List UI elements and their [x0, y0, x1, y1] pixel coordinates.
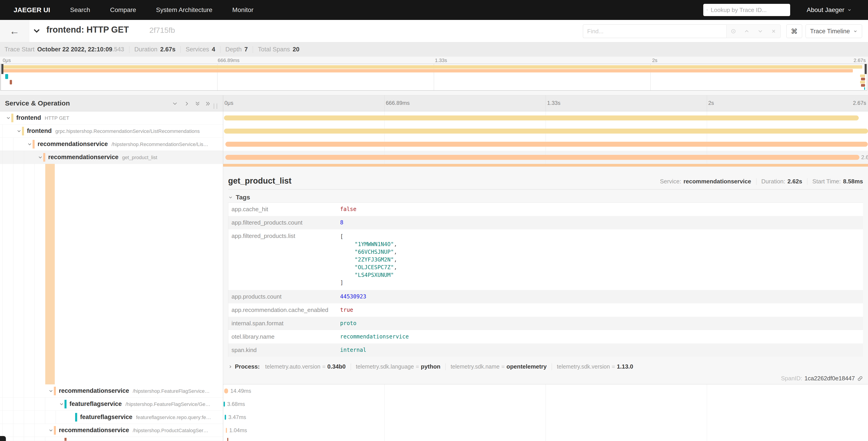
tag-row: app.products.count 44530923 — [228, 290, 863, 303]
span-bar-selected[interactable] — [225, 155, 859, 160]
focus-match-icon[interactable] — [730, 28, 737, 34]
nav-item-compare[interactable]: Compare — [110, 6, 136, 13]
tags-section-toggle[interactable]: Tags — [228, 194, 250, 201]
minimap-tick-1: 666.89ms — [218, 58, 240, 63]
service-color-bar — [22, 127, 24, 136]
span-bar[interactable] — [224, 128, 868, 134]
tag-row: internal.span.format proto — [228, 317, 863, 330]
minimap-tick-0: 0μs — [3, 58, 11, 63]
chevron-down-icon — [228, 195, 233, 200]
duration-value: 2.67s — [160, 46, 176, 53]
deep-link-icon[interactable] — [857, 376, 863, 381]
tag-json-list: [ "1YMWWN1N4O", "66VCHSJNUP", "2ZYFJ3GM2… — [340, 229, 397, 290]
span-row-featureflag-repo-query[interactable]: featureflagservicefeatureflagservice.rep… — [0, 411, 868, 424]
minimap-canvas[interactable] — [0, 64, 867, 91]
span-id: SpanID: 1ca2262df0e18447 — [781, 375, 863, 382]
process-tag: telemetry.sdk.language=python — [356, 363, 440, 370]
brand-jaeger-ui[interactable]: JAEGER UI — [13, 6, 50, 14]
expand-all-icon[interactable] — [205, 101, 211, 107]
find-input[interactable] — [583, 25, 726, 38]
span-bar[interactable] — [224, 115, 859, 120]
span-bar[interactable] — [224, 388, 228, 393]
trace-start-label: Trace Start — [4, 46, 35, 53]
process-tag: telemetry.auto.version=0.34b0 — [265, 363, 346, 370]
service-color-bar — [43, 153, 45, 161]
nav-item-monitor[interactable]: Monitor — [232, 6, 253, 13]
span-row-recommendation-listrec[interactable]: recommendationservice/hipstershop.Recomm… — [0, 138, 868, 151]
process-section-toggle[interactable]: Process: telemetry.auto.version=0.34b0 t… — [228, 363, 633, 370]
timeline-ticks: 0μs 666.89ms 1.33s 2s 2.67s — [223, 95, 868, 111]
span-row-partial[interactable] — [0, 437, 868, 441]
tags-table: app.cache_hit false app.filtered_product… — [228, 202, 863, 357]
services-value: 4 — [212, 46, 215, 53]
chevron-down-icon[interactable] — [16, 128, 22, 134]
span-row-featureflag-get[interactable]: featureflagservice/hipstershop.FeatureFl… — [0, 398, 868, 411]
depth-label: Depth — [225, 46, 242, 53]
process-tag: telemetry.sdk.version=1.13.0 — [557, 363, 633, 370]
service-color-bar — [11, 114, 13, 122]
chevron-down-icon[interactable] — [27, 142, 32, 147]
service-operation-header: Service & Operation — [5, 99, 70, 107]
span-row-rec-productcatalog[interactable]: recommendationservice/hipstershop.Produc… — [0, 424, 868, 437]
chevron-down-icon[interactable] — [48, 428, 54, 433]
expand-one-icon[interactable] — [184, 101, 190, 107]
search-icon — [707, 8, 708, 12]
trace-minimap: 0μs 666.89ms 1.33s 2s 2.67s — [0, 57, 868, 95]
tag-row: app.filtered_products.count 8 — [228, 216, 863, 229]
timeline-grid-header: Service & Operation 0μs 666.89ms 1.33s 2… — [0, 95, 868, 111]
trace-lookup-search[interactable] — [703, 4, 790, 16]
span-row-frontend-grpc[interactable]: frontendgrpc.hipstershop.RecommendationS… — [0, 124, 868, 138]
minimap-right-handle[interactable] — [865, 64, 867, 74]
span-duration-label: 2.62s — [861, 154, 868, 160]
chevron-down-icon[interactable] — [48, 388, 54, 394]
trace-lookup-input[interactable] — [710, 6, 787, 14]
keyboard-shortcuts-button[interactable]: ⌘ — [786, 25, 802, 38]
minimap-tick-4: 2.67s — [854, 58, 866, 63]
minimap-tick-3: 2s — [652, 58, 657, 63]
column-divider[interactable] — [223, 95, 223, 441]
span-bar[interactable] — [227, 438, 228, 441]
service-color-bar — [54, 387, 56, 395]
process-tag: telemetry.sdk.name=opentelemetry — [451, 363, 547, 370]
collapse-one-icon[interactable] — [172, 101, 178, 107]
top-navbar: JAEGER UI Search Compare System Architec… — [0, 0, 868, 20]
service-color-bar — [54, 426, 56, 435]
trace-view-selector[interactable]: Trace Timeline — [806, 25, 862, 38]
column-resize-grip[interactable] — [214, 104, 217, 109]
scroll-indicator — [0, 436, 6, 441]
chevron-down-icon[interactable] — [37, 155, 43, 160]
span-bar[interactable] — [223, 402, 225, 407]
minimap-left-handle[interactable] — [1, 64, 3, 74]
prev-match-icon[interactable] — [744, 28, 750, 34]
span-bar[interactable] — [225, 415, 226, 420]
service-color-bar — [33, 140, 35, 148]
about-jaeger-menu[interactable]: About Jaeger — [807, 0, 852, 20]
trace-header-bar: ← frontend: HTTP GET 2f715fb — [0, 20, 868, 42]
nav-item-system-architecture[interactable]: System Architecture — [156, 6, 213, 13]
trace-id: 2f715fb — [149, 26, 175, 35]
services-label: Services — [186, 46, 209, 53]
span-detail-row: get_product_list Service:recommendations… — [0, 164, 868, 384]
chevron-down-icon[interactable] — [59, 401, 64, 407]
span-row-rec-featureflagservice[interactable]: recommendationservice/hipstershop.Featur… — [0, 384, 868, 398]
collapse-all-icon[interactable] — [195, 101, 200, 107]
trace-summary-bar: Trace Start October 22 2022, 22:10:09.54… — [0, 42, 868, 57]
chevron-down-icon — [853, 29, 858, 33]
tag-row: app.cache_hit false — [228, 203, 863, 216]
span-bar[interactable] — [225, 142, 868, 147]
span-row-get-product-list[interactable]: recommendationserviceget_product_list 2.… — [0, 151, 868, 164]
span-tree-offset — [0, 164, 223, 384]
span-detail-panel: get_product_list Service:recommendations… — [223, 164, 868, 384]
span-bar[interactable] — [226, 428, 227, 433]
service-color-bar — [64, 400, 66, 408]
clear-find-icon[interactable] — [771, 28, 777, 34]
nav-item-search[interactable]: Search — [70, 6, 90, 13]
collapse-trace-chevron-icon[interactable] — [32, 26, 42, 36]
span-row-frontend-httpget[interactable]: frontendHTTP GET — [0, 111, 868, 124]
tag-row: app.filtered_products.list [ "1YMWWN1N4O… — [228, 229, 863, 290]
next-match-icon[interactable] — [757, 28, 764, 34]
chevron-down-icon — [847, 8, 852, 12]
selected-span-band[interactable] — [45, 164, 55, 384]
back-button[interactable]: ← — [0, 20, 29, 42]
chevron-down-icon[interactable] — [6, 115, 11, 121]
